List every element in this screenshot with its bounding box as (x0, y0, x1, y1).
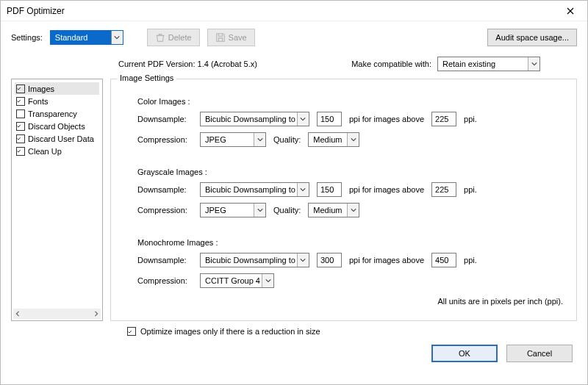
image-settings-panel: Image Settings Color Images : Downsample… (110, 79, 577, 321)
chevron-down-icon (254, 133, 265, 146)
sidebar-item-discard-user-data[interactable]: Discard User Data (15, 132, 99, 145)
save-button-label: Save (229, 33, 247, 42)
titlebar: PDF Optimizer (1, 1, 587, 21)
chevron-down-icon (297, 253, 309, 267)
color-above-input[interactable]: 225 (431, 112, 456, 126)
close-button[interactable] (559, 1, 581, 21)
trash-icon (155, 32, 165, 43)
downsample-label: Downsample: (137, 115, 193, 123)
save-icon (215, 32, 226, 43)
ppi-above-label: ppi for images above (349, 256, 424, 265)
delete-button[interactable]: Delete (147, 29, 200, 46)
sidebar-item-label: Images (28, 84, 54, 93)
chevron-down-icon (262, 274, 273, 287)
cancel-button[interactable]: Cancel (506, 345, 573, 362)
mono-compression-select[interactable]: CCITT Group 4 (200, 273, 274, 288)
color-downsample-select[interactable]: Bicubic Downsampling to (200, 112, 309, 126)
ok-button[interactable]: OK (431, 345, 498, 362)
color-images-heading: Color Images : (137, 97, 566, 106)
chevron-down-icon (297, 183, 309, 196)
optimize-only-checkbox[interactable] (127, 327, 136, 336)
info-row: Current PDF Version: 1.4 (Acrobat 5.x) M… (1, 54, 587, 79)
sidebar-item-discard-objects[interactable]: Discard Objects (15, 120, 99, 132)
monochrome-images-heading: Monochrome Images : (137, 238, 566, 247)
color-ppi-input[interactable]: 150 (317, 112, 342, 126)
checkbox-icon[interactable] (16, 134, 25, 143)
settings-select-value: Standard (55, 33, 88, 42)
chevron-left-icon (15, 311, 21, 317)
settings-select[interactable]: Standard (50, 30, 123, 45)
compression-label: Compression: (137, 206, 193, 215)
select-value: JPEG (205, 206, 226, 215)
current-pdf-version-label: Current PDF Version: 1.4 (Acrobat 5.x) (118, 60, 257, 68)
category-sidebar[interactable]: Images Fonts Transparency Discard Object… (11, 79, 103, 321)
downsample-label: Downsample: (137, 256, 193, 265)
color-downsample-row: Downsample: Bicubic Downsampling to 150 … (137, 112, 566, 126)
delete-button-label: Delete (168, 33, 192, 42)
dialog-footer-buttons: OK Cancel (1, 336, 587, 371)
units-note: All units are in pixels per inch (ppi). (121, 297, 566, 306)
ppi-above-label: ppi for images above (349, 115, 424, 123)
mono-above-input[interactable]: 450 (431, 253, 456, 267)
color-compression-row: Compression: JPEG Quality: Medium (137, 132, 566, 147)
gray-compression-select[interactable]: JPEG (200, 203, 266, 217)
make-compatible-value: Retain existing (442, 60, 495, 68)
select-value: Bicubic Downsampling to (205, 256, 295, 265)
sidebar-item-clean-up[interactable]: Clean Up (15, 145, 99, 157)
select-value: Medium (313, 206, 342, 215)
sidebar-item-label: Transparency (28, 109, 77, 118)
select-value: Bicubic Downsampling to (205, 185, 295, 194)
sidebar-item-images[interactable]: Images (15, 82, 99, 95)
compression-label: Compression: (137, 135, 193, 144)
checkbox-icon[interactable] (16, 122, 25, 131)
checkbox-icon[interactable] (16, 109, 25, 118)
grayscale-images-heading: Grayscale Images : (137, 168, 566, 176)
gray-above-input[interactable]: 225 (431, 182, 456, 197)
sidebar-item-fonts[interactable]: Fonts (15, 95, 99, 107)
main-content: Images Fonts Transparency Discard Object… (1, 79, 587, 321)
audit-space-usage-button[interactable]: Audit space usage... (487, 29, 577, 46)
chevron-right-icon (93, 311, 99, 317)
chevron-down-icon (347, 133, 359, 146)
select-value: Bicubic Downsampling to (205, 115, 295, 123)
make-compatible-select[interactable]: Retain existing (437, 57, 540, 71)
chevron-down-icon (111, 31, 123, 44)
ppi-suffix: ppi. (464, 256, 477, 265)
window-title: PDF Optimizer (7, 6, 65, 16)
checkbox-icon[interactable] (16, 147, 25, 156)
checkbox-icon[interactable] (16, 97, 25, 106)
sidebar-item-label: Clean Up (28, 147, 62, 156)
compression-label: Compression: (137, 276, 193, 285)
select-value: Medium (313, 135, 342, 144)
mono-downsample-select[interactable]: Bicubic Downsampling to (200, 253, 309, 267)
ppi-above-label: ppi for images above (349, 185, 424, 194)
quality-label: Quality: (273, 206, 301, 215)
quality-label: Quality: (273, 135, 301, 144)
chevron-down-icon (254, 204, 265, 217)
gray-downsample-row: Downsample: Bicubic Downsampling to 150 … (137, 182, 566, 197)
ppi-suffix: ppi. (464, 115, 477, 123)
mono-ppi-input[interactable]: 300 (317, 253, 342, 267)
sidebar-scrollbar[interactable] (13, 309, 101, 319)
optimize-only-label: Optimize images only if there is a reduc… (140, 327, 320, 336)
mono-downsample-row: Downsample: Bicubic Downsampling to 300 … (137, 253, 566, 267)
chevron-down-icon (297, 112, 309, 126)
gray-downsample-select[interactable]: Bicubic Downsampling to (200, 182, 309, 197)
gray-quality-select[interactable]: Medium (308, 203, 359, 217)
sidebar-item-label: Fonts (28, 97, 49, 106)
select-value: JPEG (205, 135, 226, 144)
audit-label: Audit space usage... (495, 33, 569, 42)
gray-ppi-input[interactable]: 150 (317, 182, 342, 197)
panel-legend: Image Settings (117, 73, 176, 82)
chevron-down-icon (347, 204, 359, 217)
optimize-only-row: Optimize images only if there is a reduc… (1, 321, 587, 336)
checkbox-icon[interactable] (16, 84, 25, 93)
sidebar-item-transparency[interactable]: Transparency (15, 107, 99, 120)
close-icon (567, 7, 574, 15)
color-quality-select[interactable]: Medium (308, 132, 359, 147)
toolbar: Settings: Standard Delete Save Audit spa… (1, 21, 587, 54)
chevron-down-icon (528, 57, 539, 71)
downsample-label: Downsample: (137, 185, 193, 194)
save-button[interactable]: Save (207, 29, 255, 46)
color-compression-select[interactable]: JPEG (200, 132, 266, 147)
